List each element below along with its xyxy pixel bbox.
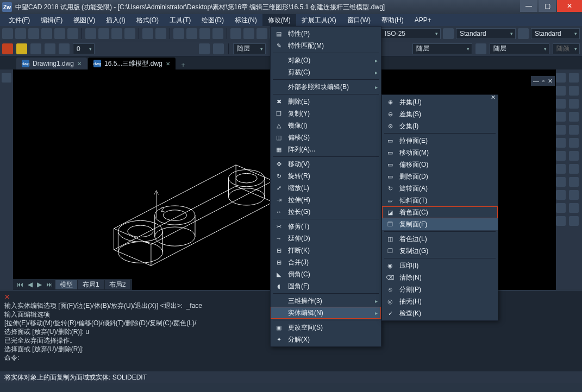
tool-icon[interactable] <box>556 151 566 161</box>
menu-dimension[interactable]: 标注(N) <box>229 14 262 26</box>
modify-menu-item[interactable]: ↔拉长(G) <box>271 206 381 218</box>
textstyle-combo[interactable]: Standard <box>456 28 516 39</box>
tab-nav-last-icon[interactable]: ⏭ <box>45 281 54 288</box>
modify-menu-item[interactable]: 三维操作(3) <box>271 295 381 307</box>
menu-file[interactable]: 文件(F) <box>3 14 35 26</box>
tool-icon[interactable] <box>569 177 579 187</box>
menu-view[interactable]: 视图(V) <box>68 14 101 26</box>
tool-icon[interactable] <box>556 99 566 109</box>
solidedit-menu-item[interactable]: ▭移动面(M) <box>382 147 498 159</box>
menu-help[interactable]: 帮助(H) <box>376 14 409 26</box>
modify-menu-item[interactable]: →延伸(D) <box>271 232 381 244</box>
lineweight-combo[interactable]: 随层 <box>490 43 549 54</box>
tool-icon[interactable] <box>243 28 254 39</box>
tool-icon[interactable] <box>256 28 267 39</box>
modify-menu-item[interactable]: ▦阵列(A)... <box>271 143 381 155</box>
tool-icon[interactable] <box>556 164 566 174</box>
preview-icon[interactable] <box>67 28 78 39</box>
tool-icon[interactable] <box>556 112 566 122</box>
modify-menu-item[interactable]: ◫偏移(S) <box>271 131 381 143</box>
menu-format[interactable]: 格式(O) <box>131 14 164 26</box>
menu-window[interactable]: 窗口(W) <box>342 14 376 26</box>
solidedit-menu-item[interactable]: ↻旋转面(A) <box>382 182 498 194</box>
matchprop-icon[interactable] <box>124 28 135 39</box>
zoomext-icon[interactable] <box>212 28 223 39</box>
modify-menu-item[interactable]: ✦分解(X) <box>271 333 381 345</box>
saveall-icon[interactable] <box>41 28 52 39</box>
menu-insert[interactable]: 插入(I) <box>101 14 130 26</box>
tool-icon[interactable] <box>569 190 579 200</box>
modify-menu-item[interactable]: ✥移动(V) <box>271 158 381 170</box>
modify-menu-item[interactable]: ✎特性匹配(M) <box>271 40 381 52</box>
copy-icon[interactable] <box>98 28 109 39</box>
ltype-icon[interactable] <box>475 43 486 54</box>
zoomwin-icon[interactable] <box>199 28 210 39</box>
paste-icon[interactable] <box>111 28 122 39</box>
tool-icon[interactable] <box>569 99 579 109</box>
tab-nav-first-icon[interactable]: ⏮ <box>15 281 25 288</box>
tool-icon[interactable] <box>569 151 579 161</box>
solidedit-menu-item[interactable]: ▭删除面(D) <box>382 170 498 182</box>
solidedit-menu-item[interactable]: ◎抽壳(H) <box>382 295 498 307</box>
solidedit-menu-item[interactable]: ❐复制面(F) <box>382 218 498 230</box>
modify-menu-item[interactable]: ◖圆角(F) <box>271 280 381 292</box>
modify-menu-item[interactable]: ✖删除(E) <box>271 96 381 108</box>
tool-icon[interactable] <box>569 73 579 83</box>
solidedit-menu-item[interactable]: ✓检查(K) <box>382 307 498 319</box>
tab-layout1[interactable]: 布局1 <box>78 280 104 289</box>
modify-menu-item[interactable]: ⊟打断(K) <box>271 244 381 256</box>
layercolor-icon[interactable] <box>59 43 70 54</box>
panel-minimize-icon[interactable]: — <box>533 78 539 84</box>
modify-menu-item[interactable]: ⤢缩放(L) <box>271 182 381 194</box>
panel-close-icon[interactable]: ✕ <box>548 78 553 85</box>
tablestyle-combo[interactable]: Standard <box>531 28 580 39</box>
panel-maximize-icon[interactable]: ▫ <box>542 78 545 84</box>
menu-modify[interactable]: 修改(M) <box>262 14 296 26</box>
solidedit-menu-item[interactable]: ▭偏移面(O) <box>382 159 498 170</box>
solidedit-menu-item[interactable]: ⊖差集(S) <box>382 108 498 120</box>
menu-tools[interactable]: 工具(T) <box>164 14 196 26</box>
modify-menu-item[interactable]: 外部参照和块编辑(B) <box>271 81 381 93</box>
textstyle-icon[interactable] <box>443 28 454 39</box>
tool-icon[interactable] <box>556 177 566 187</box>
modify-menu-item[interactable]: ▤特性(P) <box>271 28 381 40</box>
modify-menu-item[interactable]: ⇥拉伸(H) <box>271 194 381 206</box>
print-icon[interactable] <box>54 28 65 39</box>
modify-menu-item[interactable]: 对象(O) <box>271 54 381 66</box>
tool-icon[interactable] <box>230 28 241 39</box>
open-icon[interactable] <box>15 28 26 39</box>
close-button[interactable]: ✕ <box>557 0 582 12</box>
solidedit-menu-item[interactable]: ⎋分割(P) <box>382 283 498 295</box>
solidedit-menu-item[interactable]: ◉压印(I) <box>382 260 498 271</box>
linetype-icon[interactable] <box>213 43 224 54</box>
layeron-icon[interactable] <box>16 43 27 54</box>
tool-icon[interactable] <box>569 138 579 148</box>
doc-tab-drawing1[interactable]: dwg Drawing1.dwg ✕ <box>16 58 87 69</box>
modify-menu-item[interactable]: ◣倒角(C) <box>271 268 381 280</box>
modify-menu-item[interactable]: 剪裁(C) <box>271 66 381 78</box>
cmd-prompt[interactable]: 命令: <box>4 353 578 362</box>
minimize-button[interactable]: — <box>520 0 537 12</box>
modify-menu-item[interactable]: 实体编辑(N) <box>271 307 381 319</box>
menu-edit[interactable]: 编辑(E) <box>35 14 68 26</box>
new-icon[interactable] <box>2 28 13 39</box>
lineweight-icon[interactable] <box>199 43 210 54</box>
save-icon[interactable] <box>28 28 39 39</box>
plotstyle-combo[interactable]: 随颜 <box>553 43 580 54</box>
tool-icon[interactable] <box>556 216 566 226</box>
modify-menu-item[interactable]: ❐复制(Y) <box>271 108 381 119</box>
layerlock-icon[interactable] <box>45 43 55 54</box>
layer-combo[interactable]: 0 <box>73 43 95 54</box>
menu-express[interactable]: 扩展工具(X) <box>296 14 342 26</box>
tab-model[interactable]: 模型 <box>55 280 77 289</box>
maximize-button[interactable]: ▢ <box>539 0 556 12</box>
color-combo[interactable]: 随层 <box>233 43 266 54</box>
close-tab-icon[interactable]: ✕ <box>166 61 170 67</box>
menu-draw[interactable]: 绘图(D) <box>196 14 229 26</box>
tool-icon[interactable] <box>556 125 566 135</box>
solidedit-menu-item[interactable]: ⊕并集(U) <box>382 96 498 108</box>
tab-nav-next-icon[interactable]: ▶ <box>35 281 43 288</box>
solidedit-menu-item[interactable]: ▭拉伸面(E) <box>382 135 498 147</box>
tool-icon[interactable] <box>569 112 579 122</box>
modify-menu-item[interactable]: ▣更改空间(S) <box>271 321 381 333</box>
